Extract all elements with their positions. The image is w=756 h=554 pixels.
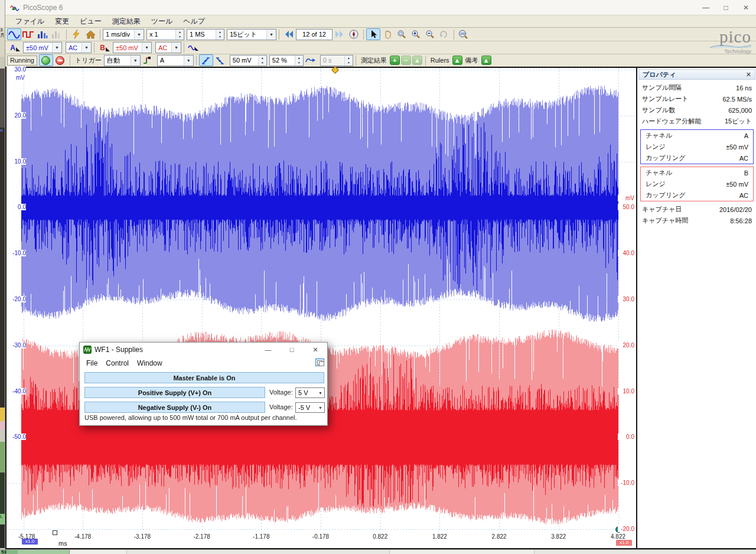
scope-mode-button[interactable] [7, 28, 21, 40]
trigger-level-spinner[interactable]: 50 mV▲▼ [230, 55, 267, 66]
dialog-menu-file[interactable]: File [82, 359, 102, 367]
trigger-source-select[interactable]: A▼ [157, 55, 194, 66]
bg-fragment: L [0, 514, 2, 519]
hand-tool-button[interactable] [380, 28, 395, 40]
panel-close-icon[interactable]: ✕ [746, 71, 751, 79]
negative-supply-button[interactable]: Negative Supply (V-) On [84, 402, 265, 413]
add-measurement-button[interactable]: + [390, 56, 400, 65]
buffer-position-field[interactable]: 12 of 12 [296, 29, 333, 40]
channel-b-coupling-select[interactable]: AC▼ [155, 42, 181, 53]
rising-edge-button[interactable] [199, 54, 213, 66]
rulers-label: Rulers [428, 57, 452, 64]
post-trigger-icon[interactable] [304, 54, 318, 66]
timebase-select[interactable]: 1 ms/div▼ [103, 29, 144, 40]
stop-capture-button[interactable] [53, 54, 67, 66]
dialog-close-button[interactable]: ✕ [304, 343, 327, 357]
menu-edit[interactable]: 変更 [50, 15, 74, 28]
property-label: サンプルレート [642, 94, 689, 103]
property-value: 62.5 MS/s [722, 96, 752, 103]
chevron-down-icon: ▼ [184, 56, 193, 66]
zoom-factor-spinner[interactable]: x 1▲▼ [146, 29, 184, 40]
property-row: サンプル数625,000 [637, 105, 756, 116]
master-enable-button[interactable]: Master Enable is On [84, 372, 324, 383]
cascade-windows-icon[interactable] [315, 359, 324, 366]
dialog-menu-control[interactable]: Control [102, 359, 133, 367]
samples-spinner[interactable]: 1 MS▲▼ [187, 29, 224, 40]
y-axis-left-tick: -40.0 [6, 388, 26, 395]
y-axis-right-tick: -20.0 [618, 526, 634, 532]
menu-measurements[interactable]: 測定結果 [107, 15, 146, 28]
signal-generator-button[interactable] [187, 42, 201, 54]
trigger-mode-select[interactable]: 自動▼ [104, 55, 141, 66]
persistence-mode-button[interactable] [21, 28, 35, 40]
x-axis-tick: -3.178 [134, 533, 151, 540]
dialog-title: WF1 - Supplies [94, 346, 143, 354]
property-row: カップリングAC [641, 190, 753, 201]
zoom-out-button[interactable] [423, 28, 437, 40]
title-bar[interactable]: PicoScope 6 ― □ ✕ [5, 0, 756, 15]
property-value: 16 ns [736, 84, 752, 92]
channel-a-range-select[interactable]: ±50 mV▼ [23, 42, 62, 53]
next-buffer-button[interactable] [333, 28, 347, 40]
zoom-100-button[interactable]: 100 [457, 28, 471, 40]
buffer-navigator-icon[interactable] [347, 28, 361, 40]
start-capture-button[interactable] [39, 54, 53, 66]
channel-b-options-button[interactable]: B [97, 42, 113, 54]
zoom-in-button[interactable] [409, 28, 423, 40]
property-row: サンプルレート62.5 MS/s [637, 93, 756, 105]
marquee-zoom-button[interactable] [395, 28, 409, 40]
mixed-mode-button-disabled [50, 28, 64, 40]
home-icon[interactable] [83, 28, 97, 40]
menu-help[interactable]: ヘルプ [178, 15, 210, 28]
pre-trigger-spinner[interactable]: 52 %▲▼ [269, 55, 304, 66]
falling-edge-button[interactable] [213, 54, 227, 66]
advanced-trigger-icon[interactable] [141, 54, 155, 66]
normal-cursor-button[interactable] [366, 28, 380, 40]
chevron-down-icon: ▼ [142, 43, 151, 53]
notes-label: 備考 [463, 56, 481, 65]
trigger-position-marker[interactable] [331, 66, 339, 74]
prev-buffer-button[interactable] [282, 28, 296, 40]
channel-b-range-select[interactable]: ±50 mV▼ [113, 42, 152, 53]
channel-a-coupling-select[interactable]: AC▼ [66, 42, 92, 53]
positive-voltage-select[interactable]: 5 V▼ [295, 387, 325, 398]
close-button[interactable]: ✕ [736, 0, 756, 15]
maximize-button[interactable]: □ [716, 0, 736, 15]
menu-view[interactable]: ビュー [74, 15, 107, 28]
menu-tools[interactable]: ツール [146, 15, 178, 28]
y-axis-right-tick: 20.0 [618, 342, 634, 348]
property-row: サンプル間隔16 ns [637, 82, 756, 93]
running-status-button[interactable]: Running [7, 56, 37, 66]
notes-button[interactable]: ▲ [481, 56, 491, 65]
post-trigger-time-spinner-disabled: 0 s▲▼ [320, 55, 353, 66]
dialog-maximize-button[interactable]: □ [280, 343, 304, 357]
rulers-button[interactable]: ▲ [452, 56, 462, 65]
property-value: ±50 mV [726, 144, 748, 151]
picoscope-window: PicoScope 6 ― □ ✕ ファイル 変更 ビュー 測定結果 ツール ヘ… [5, 0, 756, 549]
y-axis-right-unit: mV [618, 195, 634, 201]
negative-voltage-select[interactable]: -5 V▼ [295, 402, 325, 413]
channel-handle[interactable] [53, 530, 57, 535]
property-label: キャプチャ時間 [642, 216, 688, 225]
y-axis-right-tick: 40.0 [618, 250, 634, 256]
dialog-title-bar[interactable]: WF1 - Supplies ― □ ✕ [80, 343, 327, 357]
menu-file[interactable]: ファイル [10, 15, 50, 28]
toolbar-channels: A ±50 mV▼ AC▼ B ±50 mV▼ AC▼ [5, 41, 756, 54]
undo-zoom-button-disabled [437, 28, 451, 40]
property-row: キャプチャ時間8:56:28 [637, 215, 756, 226]
chevron-down-icon: ▼ [134, 30, 144, 40]
plot-overlay: x1.0 ms x1.0 30.020.010.00.0-10.0-20.0-3… [6, 68, 636, 548]
minimize-button[interactable]: ― [696, 0, 716, 15]
positive-supply-button[interactable]: Positive Supply (V+) On [84, 387, 265, 398]
remove-measurement-button-disabled: − [401, 56, 411, 65]
bg-fragment: 3 [0, 27, 2, 32]
resolution-select[interactable]: 15ビット▼ [227, 29, 276, 40]
property-value: ±50 mV [726, 181, 748, 188]
dialog-menu-window[interactable]: Window [133, 359, 167, 367]
dialog-minimize-button[interactable]: ― [256, 343, 280, 357]
channel-a-options-button[interactable]: A [7, 42, 23, 54]
property-value: AC [739, 155, 748, 162]
autosetup-icon[interactable] [69, 28, 83, 40]
spectrum-mode-button[interactable] [35, 28, 50, 40]
property-row: ハードウェア分解能15ビット [637, 116, 756, 127]
